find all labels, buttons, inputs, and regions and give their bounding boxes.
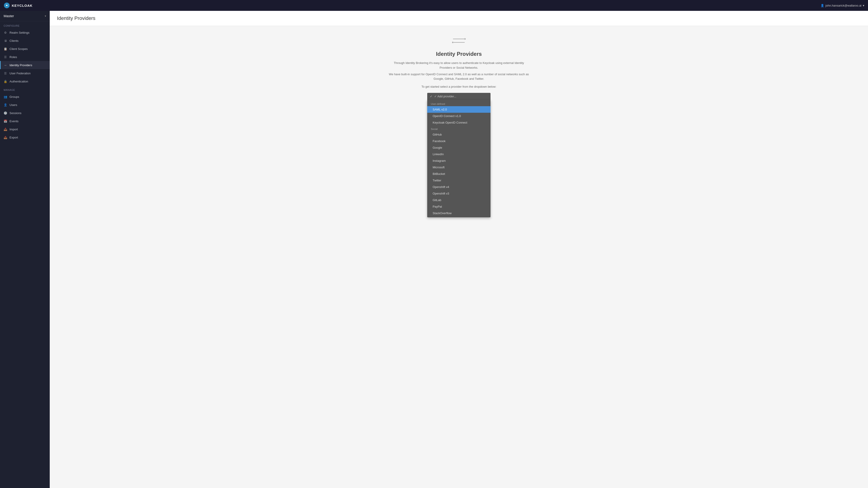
dropdown-item-openshift-v3[interactable]: Openshift v3 xyxy=(427,190,491,197)
sidebar-item-label: User Federation xyxy=(9,72,31,75)
export-icon: 📤 xyxy=(4,135,7,139)
sidebar-item-user-federation[interactable]: ☰ User Federation xyxy=(0,69,50,77)
sidebar-item-label: Users xyxy=(9,103,17,107)
sidebar-item-clients[interactable]: 🖥 Clients xyxy=(0,37,50,45)
sidebar-item-label: Import xyxy=(9,128,18,131)
dropdown-item-saml-v2[interactable]: SAML v2.0 xyxy=(427,106,491,113)
openid-connect-v1-label: OpenID Connect v1.0 xyxy=(433,114,461,118)
realm-selector[interactable]: Master ▾ xyxy=(0,11,50,21)
dropdown-menu: User-defined SAML v2.0 OpenID Connect v1… xyxy=(427,100,491,217)
dropdown-trigger[interactable]: ✓ ✓ Add provider... xyxy=(427,93,491,100)
realm-chevron-icon: ▾ xyxy=(45,14,46,18)
sessions-icon: 🕐 xyxy=(4,111,7,115)
group-label-social: Social xyxy=(427,126,491,131)
sidebar-item-import[interactable]: 📥 Import xyxy=(0,125,50,133)
logo-text: KEYCLOAK xyxy=(12,4,33,7)
svg-point-3 xyxy=(6,5,7,6)
sidebar-item-events[interactable]: 📅 Events xyxy=(0,117,50,125)
topnav: KEYCLOAK 👤 john.hansarick@wallaroo.ai ▾ xyxy=(0,0,868,11)
sidebar-item-label: Identity Providers xyxy=(9,64,32,67)
dropdown-item-facebook[interactable]: Facebook xyxy=(427,138,491,144)
dropdown-item-instagram[interactable]: Instagram xyxy=(427,158,491,164)
user-chevron-icon: ▾ xyxy=(863,4,864,7)
user-email: john.hansarick@wallaroo.ai xyxy=(826,4,862,7)
sidebar-item-label: Sessions xyxy=(9,111,22,115)
sidebar-item-client-scopes[interactable]: 📋 Client Scopes xyxy=(0,45,50,53)
description-line1: Through Identity Brokering it's easy to … xyxy=(389,61,529,70)
manage-section-label: Manage xyxy=(0,86,50,93)
users-icon: 👤 xyxy=(4,103,7,107)
sidebar-item-realm-settings[interactable]: ⚙ Realm Settings xyxy=(0,29,50,37)
sidebar-item-authentication[interactable]: 🔒 Authentication xyxy=(0,77,50,86)
sidebar-item-label: Realm Settings xyxy=(9,31,29,34)
identity-providers-illustration xyxy=(452,35,466,46)
sidebar-item-label: Export xyxy=(9,136,18,139)
dropdown-item-openid-connect-v1[interactable]: OpenID Connect v1.0 xyxy=(427,113,491,119)
openshift-v4-label: Openshift v4 xyxy=(433,185,449,189)
dropdown-item-paypal[interactable]: PayPal xyxy=(427,203,491,210)
dropdown-item-microsoft[interactable]: Microsoft xyxy=(427,164,491,170)
user-icon: 👤 xyxy=(820,4,824,7)
dropdown-item-keycloak-openid-connect[interactable]: Keycloak OpenID Connect xyxy=(427,119,491,126)
dropdown-item-gitlab[interactable]: GitLab xyxy=(427,197,491,203)
page-header: Identity Providers xyxy=(50,11,868,26)
sidebar-item-users[interactable]: 👤 Users xyxy=(0,101,50,109)
authentication-icon: 🔒 xyxy=(4,79,7,83)
facebook-label: Facebook xyxy=(433,139,445,143)
add-provider-dropdown[interactable]: ✓ ✓ Add provider... User-defined SAML v2… xyxy=(427,93,491,100)
keycloak-logo-icon xyxy=(4,2,10,8)
realm-name: Master xyxy=(4,14,14,18)
description-line2: We have built-in support for OpenID Conn… xyxy=(389,72,529,82)
openshift-v3-label: Openshift v3 xyxy=(433,192,449,195)
cta-text: To get started select a provider from th… xyxy=(422,85,496,88)
group-label-user-defined: User-defined xyxy=(427,101,491,106)
paypal-label: PayPal xyxy=(433,205,442,208)
keycloak-openid-connect-label: Keycloak OpenID Connect xyxy=(433,121,467,124)
section-title: Identity Providers xyxy=(436,51,482,57)
dropdown-item-github[interactable]: GitHub xyxy=(427,131,491,138)
sidebar-item-groups[interactable]: 👥 Groups xyxy=(0,93,50,101)
dropdown-item-linkedin[interactable]: LinkedIn xyxy=(427,151,491,158)
gitlab-label: GitLab xyxy=(433,198,441,202)
sidebar-item-roles[interactable]: ☰ Roles xyxy=(0,53,50,61)
google-label: Google xyxy=(433,146,442,149)
sidebar-item-export[interactable]: 📤 Export xyxy=(0,133,50,141)
dropdown-item-google[interactable]: Google xyxy=(427,144,491,151)
github-label: GitHub xyxy=(433,133,442,136)
identity-providers-icon: ↔ xyxy=(4,63,7,67)
logo: KEYCLOAK xyxy=(4,2,33,8)
configure-section-label: Configure xyxy=(0,21,50,29)
user-menu[interactable]: 👤 john.hansarick@wallaroo.ai ▾ xyxy=(820,4,864,7)
exchange-arrows-icon xyxy=(452,35,466,46)
bitbucket-label: BitBucket xyxy=(433,172,445,175)
sidebar-item-label: Client Scopes xyxy=(9,47,28,51)
dropdown-item-twitter[interactable]: Twitter xyxy=(427,177,491,184)
events-icon: 📅 xyxy=(4,119,7,123)
svg-marker-5 xyxy=(465,38,466,40)
realm-settings-icon: ⚙ xyxy=(4,31,7,34)
add-provider-checkmark-icon: ✓ xyxy=(430,95,432,98)
sidebar-item-label: Events xyxy=(9,120,19,123)
instagram-label: Instagram xyxy=(433,159,446,162)
sidebar-item-label: Groups xyxy=(9,95,19,98)
clients-icon: 🖥 xyxy=(4,39,7,42)
app-body: Master ▾ Configure ⚙ Realm Settings 🖥 Cl… xyxy=(0,11,868,488)
twitter-label: Twitter xyxy=(433,179,441,182)
microsoft-label: Microsoft xyxy=(433,166,445,169)
dropdown-trigger-label: ✓ Add provider... xyxy=(434,95,456,98)
linkedin-label: LinkedIn xyxy=(433,153,444,156)
dropdown-item-bitbucket[interactable]: BitBucket xyxy=(427,170,491,177)
client-scopes-icon: 📋 xyxy=(4,47,7,51)
page-title: Identity Providers xyxy=(57,15,861,21)
dropdown-item-openshift-v4[interactable]: Openshift v4 xyxy=(427,184,491,190)
stackoverflow-label: StackOverflow xyxy=(433,212,452,215)
page-body: Identity Providers Through Identity Brok… xyxy=(50,26,868,109)
dropdown-item-stackoverflow[interactable]: StackOverflow xyxy=(427,210,491,217)
sidebar-item-sessions[interactable]: 🕐 Sessions xyxy=(0,109,50,117)
sidebar-item-identity-providers[interactable]: ↔ Identity Providers xyxy=(0,61,50,69)
saml-v2-label: SAML v2.0 xyxy=(433,108,447,111)
svg-marker-7 xyxy=(452,41,453,43)
roles-icon: ☰ xyxy=(4,55,7,59)
sidebar: Master ▾ Configure ⚙ Realm Settings 🖥 Cl… xyxy=(0,11,50,488)
user-federation-icon: ☰ xyxy=(4,71,7,75)
